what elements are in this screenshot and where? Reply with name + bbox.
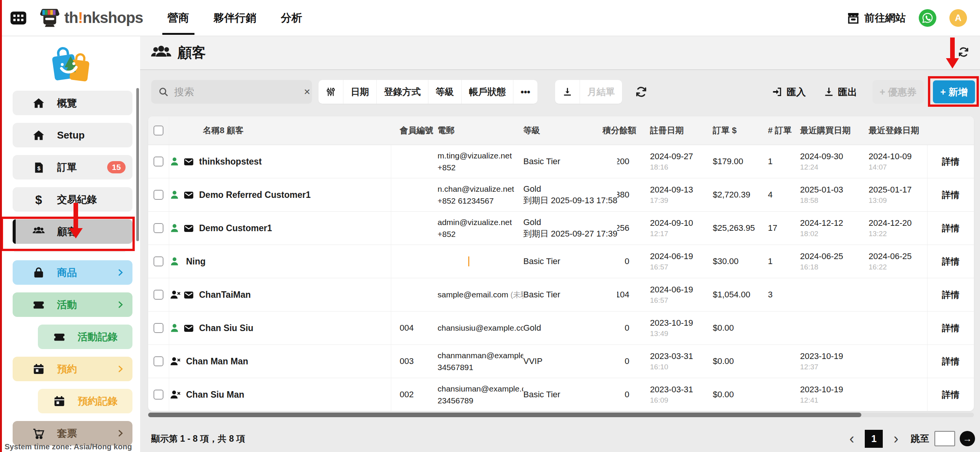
filter-more-icon[interactable]: ••• [513, 80, 537, 104]
sidebar-item-0[interactable]: 概覽 [13, 91, 132, 115]
customer-checkbox[interactable] [154, 390, 163, 400]
col-header-last-purchase[interactable]: 最近購買日期 [797, 116, 853, 145]
cell-order-count [763, 312, 797, 344]
customer-checkbox[interactable] [154, 290, 163, 300]
table-header-row: 名稱8 顧客 會員編號 電郵 等級 積分餘額 註冊日期 訂單 $ # 訂單 最近… [148, 116, 974, 145]
users-icon [33, 226, 45, 237]
details-link[interactable]: 詳情 [942, 389, 960, 401]
email-icon [184, 191, 194, 199]
table-row: Chan Siu Siu 004 chansiusiu@example.com … [148, 312, 974, 345]
cell-order-total: $0.00 [713, 378, 763, 411]
customer-checkbox[interactable] [154, 323, 163, 333]
sidebar-item-4[interactable]: 顧客 [13, 219, 132, 244]
col-header-points[interactable]: 積分餘額 [617, 116, 648, 145]
cell-order-total: $0.00 [713, 345, 763, 378]
sidebar-item-5[interactable]: 商品 [13, 260, 132, 285]
app-grid-icon[interactable] [10, 11, 27, 25]
table-refresh-icon[interactable] [635, 86, 647, 98]
cell-order-total: $1,054.00 [713, 278, 763, 311]
filter-account-status[interactable]: 帳戶狀態 [462, 80, 513, 104]
cell-tier: Gold到期日 2025-09-13 17:58 [523, 178, 617, 211]
col-header-order-count[interactable]: # 訂單 [763, 116, 797, 145]
avatar[interactable]: A [949, 9, 967, 27]
sidebar-scrollbar[interactable] [136, 88, 139, 241]
filter-sliders-icon[interactable] [318, 80, 343, 104]
cell-order-total: $30.00 [713, 245, 763, 278]
cell-order-total: $179.00 [713, 145, 763, 178]
col-header-registered[interactable]: 註冊日期 [648, 116, 713, 145]
filter-registration-method[interactable]: 登錄方式 [377, 80, 428, 104]
visit-site-button[interactable]: 前往網站 [847, 11, 906, 25]
sidebar-item-9[interactable]: 預約記錄 [38, 389, 132, 413]
import-button[interactable]: 匯入 [772, 86, 806, 98]
select-all-checkbox[interactable] [154, 126, 163, 135]
cell-points: 0 [617, 245, 648, 278]
pagination: ‹ 1 › 跳至 → [847, 430, 975, 448]
details-link[interactable]: 詳情 [942, 189, 960, 201]
customer-checkbox[interactable] [154, 223, 163, 233]
whatsapp-icon[interactable] [919, 9, 936, 27]
cell-date: 2023-03-3116:10 [648, 345, 713, 378]
details-link[interactable]: 詳情 [942, 222, 960, 234]
details-link[interactable]: 詳情 [942, 356, 960, 367]
sidebar-item-7[interactable]: 活動記錄 [38, 325, 132, 349]
import-icon [772, 86, 783, 97]
cell-date [853, 378, 927, 411]
customer-checkbox[interactable] [154, 356, 163, 366]
cell-points: 104 [617, 278, 648, 311]
col-header-order-total[interactable]: 訂單 $ [713, 116, 763, 145]
monthly-statement-button[interactable]: 月結單 [580, 80, 622, 104]
filter-tier[interactable]: 等級 [428, 80, 462, 104]
clear-search-icon[interactable]: × [302, 86, 312, 98]
coupon-button[interactable]: + 優惠券 [872, 80, 924, 104]
search-input[interactable] [174, 86, 302, 98]
sidebar-item-8[interactable]: 預約 [13, 357, 132, 381]
brand-logo[interactable]: th!nkshops [39, 8, 143, 28]
details-link[interactable]: 詳情 [942, 156, 960, 168]
cell-details: 詳情 [927, 145, 974, 178]
cell-order-total: $2,720.39 [713, 178, 763, 211]
cell-member-id: 004 [391, 312, 431, 344]
details-link[interactable]: 詳情 [942, 322, 960, 334]
details-link[interactable]: 詳情 [942, 256, 960, 268]
prev-page-icon[interactable]: ‹ [847, 431, 857, 446]
next-page-icon[interactable]: › [891, 431, 901, 446]
sidebar-item-1[interactable]: Setup [13, 123, 132, 147]
details-link[interactable]: 詳情 [942, 289, 960, 301]
customer-checkbox[interactable] [154, 157, 163, 166]
customer-checkbox[interactable] [154, 256, 163, 266]
nav-tab-partner-marketing[interactable]: 夥伴行銷 [211, 0, 259, 36]
nav-tab-analytics[interactable]: 分析 [279, 0, 305, 36]
nav-tab-business[interactable]: 營商 [165, 0, 191, 36]
refresh-icon[interactable] [958, 46, 969, 58]
jump-go-icon[interactable]: → [960, 431, 975, 446]
add-customer-button[interactable]: + 新增 [933, 80, 975, 103]
sidebar-item-2[interactable]: $ 訂單 15 [13, 155, 132, 179]
timezone-note: System time zone: Asia/Hong kong [5, 442, 132, 451]
cell-email: n.chan@vizualize.net+852 61234567 [431, 178, 523, 211]
export-button[interactable]: 匯出 [823, 86, 857, 98]
jump-to-page-input[interactable] [934, 431, 955, 446]
email-icon [184, 224, 194, 232]
current-page[interactable]: 1 [865, 430, 883, 448]
sidebar: 概覽 Setup $ 訂單 15 $ 交易紀錄 顧客 商品 活動 活動記錄 [2, 36, 140, 452]
filter-date[interactable]: 日期 [343, 80, 377, 104]
page-title: 顧客 [178, 43, 206, 62]
cell-checkbox [148, 378, 169, 411]
cell-email: admin@vizualize.net+852 [431, 212, 523, 245]
customer-checkbox[interactable] [154, 190, 163, 200]
download-icon[interactable] [555, 80, 580, 104]
col-header-last-login[interactable]: 最近登錄日期 [853, 116, 927, 145]
table-row: Demo Customer1 admin@vizualize.net+852 G… [148, 212, 974, 245]
cell-checkbox [148, 245, 169, 278]
col-header-member-id[interactable]: 會員編號 [391, 116, 431, 145]
cell-member-id [391, 278, 431, 311]
sidebar-item-3[interactable]: $ 交易紀錄 [13, 187, 132, 212]
sidebar-item-6[interactable]: 活動 [13, 292, 132, 317]
col-header-email[interactable]: 電郵 [431, 116, 523, 145]
cell-checkbox [148, 178, 169, 211]
table-body: thinkshopstest m.ting@vizualize.net+852 … [148, 145, 974, 411]
sidebar-item-10[interactable]: 套票 [13, 421, 132, 445]
col-header-name[interactable]: 名稱8 顧客 [169, 116, 391, 145]
horizontal-scrollbar-thumb[interactable] [148, 413, 861, 417]
